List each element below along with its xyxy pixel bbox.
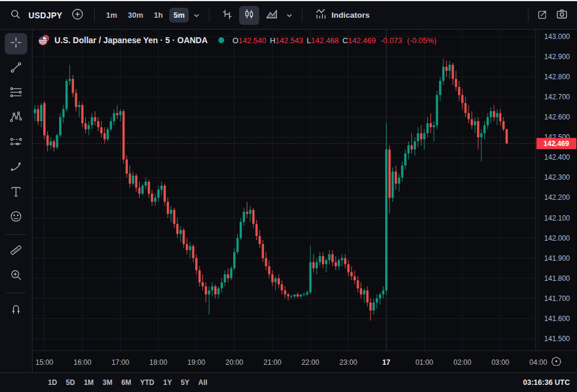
camera-icon	[556, 8, 568, 22]
svg-text:143.000: 143.000	[544, 33, 570, 41]
close-value: 142.469	[348, 36, 376, 45]
svg-text:142.700: 142.700	[544, 93, 570, 101]
low-value: 142.468	[311, 36, 339, 45]
bottom-toolbar: 1D 5D 1M 3M 6M YTD 1Y 5Y All 03:16:36 UT…	[0, 372, 577, 392]
chart-style-group	[217, 6, 295, 25]
svg-text:141.800: 141.800	[544, 274, 570, 283]
bars-style-icon	[220, 8, 233, 23]
indicators-label: Indicators	[331, 11, 370, 20]
high-label: H	[270, 36, 275, 45]
main-area: 143.000142.900142.800142.700142.600142.5…	[0, 30, 577, 372]
interval-1m[interactable]: 1m	[102, 8, 121, 22]
svg-text:141.700: 141.700	[544, 294, 570, 303]
toolbar-separator	[302, 9, 302, 22]
interval-5m-selected[interactable]: 5m	[169, 8, 189, 22]
chart-canvas[interactable]: 143.000142.900142.800142.700142.600142.5…	[33, 30, 577, 372]
svg-text:23:00: 23:00	[340, 358, 357, 367]
tool-xabcd-pattern[interactable]	[5, 108, 27, 129]
svg-text:04:00: 04:00	[530, 358, 547, 367]
range-6m[interactable]: 6M	[118, 376, 135, 389]
usdjpy-flag-icon	[38, 34, 50, 46]
svg-text:15:00: 15:00	[36, 358, 53, 367]
tool-fib-retracement[interactable]	[5, 83, 27, 104]
toolbar-separator	[94, 9, 95, 22]
style-dropdown-chevron-icon[interactable]	[284, 10, 295, 21]
brush-icon	[9, 160, 23, 176]
svg-text:141.600: 141.600	[544, 315, 570, 323]
range-1y[interactable]: 1Y	[160, 376, 176, 389]
open-value: 142.540	[238, 36, 266, 45]
search-icon	[9, 8, 21, 22]
range-5y[interactable]: 5Y	[177, 376, 193, 389]
tool-emoji[interactable]	[5, 207, 27, 228]
svg-text:22:00: 22:00	[301, 358, 319, 367]
tool-brush[interactable]	[5, 157, 27, 179]
topbar-right-group	[523, 6, 571, 25]
svg-text:17:00: 17:00	[111, 358, 129, 367]
interval-1h[interactable]: 1h	[150, 8, 167, 22]
svg-text:16:00: 16:00	[73, 358, 91, 367]
svg-text:01:00: 01:00	[415, 358, 433, 367]
tool-trend-line[interactable]	[5, 58, 27, 79]
toolbar-separator	[209, 9, 209, 22]
tool-text[interactable]	[5, 182, 27, 203]
candles-style-icon	[243, 8, 256, 23]
open-in-new-icon	[537, 8, 549, 22]
tool-measure[interactable]	[5, 241, 27, 262]
area-style-icon	[265, 8, 278, 23]
range-ytd[interactable]: YTD	[137, 376, 158, 389]
svg-text:142.900: 142.900	[544, 53, 570, 61]
chart-legend: U.S. Dollar / Japanese Yen · 5 · OANDA O…	[38, 34, 437, 46]
svg-text:142.400: 142.400	[544, 153, 570, 161]
svg-text:20:00: 20:00	[225, 358, 243, 367]
tool-position[interactable]	[5, 132, 27, 154]
tradingview-chart-window: USDJPY 1m 30m 1h 5m	[0, 0, 577, 392]
trend-line-icon	[9, 60, 23, 77]
ohlc-values: O142.540 H142.543 L142.468 C142.469 -0.0…	[233, 36, 437, 45]
range-1m[interactable]: 1M	[80, 376, 98, 389]
bar-style-button[interactable]	[217, 6, 237, 25]
area-style-button[interactable]	[262, 6, 282, 25]
snapshot-button[interactable]	[552, 6, 571, 25]
plus-circle-icon	[71, 8, 84, 23]
interval-group: 1m 30m 1h 5m	[102, 8, 202, 22]
range-all[interactable]: All	[195, 376, 211, 389]
symbol-title[interactable]: U.S. Dollar / Japanese Yen · 5 · OANDA	[54, 35, 208, 45]
tool-magnet[interactable]	[5, 299, 27, 320]
interval-dropdown-chevron-icon[interactable]	[191, 10, 202, 21]
svg-text:142.300: 142.300	[544, 173, 570, 182]
toolbar-divider	[6, 234, 26, 235]
tool-crosshair[interactable]	[5, 33, 27, 54]
svg-text:03:00: 03:00	[491, 358, 509, 367]
symbol-name[interactable]: USDJPY	[28, 11, 62, 20]
toolbar-separator	[528, 9, 528, 22]
range-1d[interactable]: 1D	[44, 376, 60, 389]
position-tool-icon	[9, 135, 23, 151]
range-5d[interactable]: 5D	[62, 376, 78, 389]
date-range-group: 1D 5D 1M 3M 6M YTD 1Y 5Y All	[44, 376, 211, 389]
zoom-in-icon	[9, 268, 23, 284]
magnet-icon	[9, 302, 23, 318]
svg-text:02:00: 02:00	[453, 358, 471, 367]
timezone-clock[interactable]: 03:16:36 UTC	[523, 378, 570, 387]
change-percent: (-0.05%)	[407, 36, 437, 45]
svg-text:141.500: 141.500	[544, 335, 570, 343]
drawing-toolbar	[0, 30, 33, 372]
svg-text:17: 17	[382, 358, 391, 367]
tool-zoom-in[interactable]	[5, 265, 27, 287]
compare-add-symbol-button[interactable]	[68, 6, 87, 25]
market-status-dot[interactable]	[218, 37, 224, 43]
share-button[interactable]	[533, 6, 552, 25]
interval-30m[interactable]: 30m	[124, 8, 147, 22]
svg-text:21:00: 21:00	[263, 358, 281, 367]
svg-text:141.900: 141.900	[544, 254, 570, 263]
svg-text:19:00: 19:00	[188, 358, 205, 367]
symbol-search-button[interactable]	[6, 6, 25, 25]
svg-text:142.200: 142.200	[544, 193, 570, 202]
candles-style-button[interactable]	[239, 6, 259, 25]
svg-text:142.000: 142.000	[544, 234, 570, 242]
indicators-button[interactable]: Indicators	[310, 5, 375, 25]
chart-area[interactable]: 143.000142.900142.800142.700142.600142.5…	[33, 30, 577, 372]
high-value: 142.543	[275, 36, 303, 45]
range-3m[interactable]: 3M	[99, 376, 116, 389]
